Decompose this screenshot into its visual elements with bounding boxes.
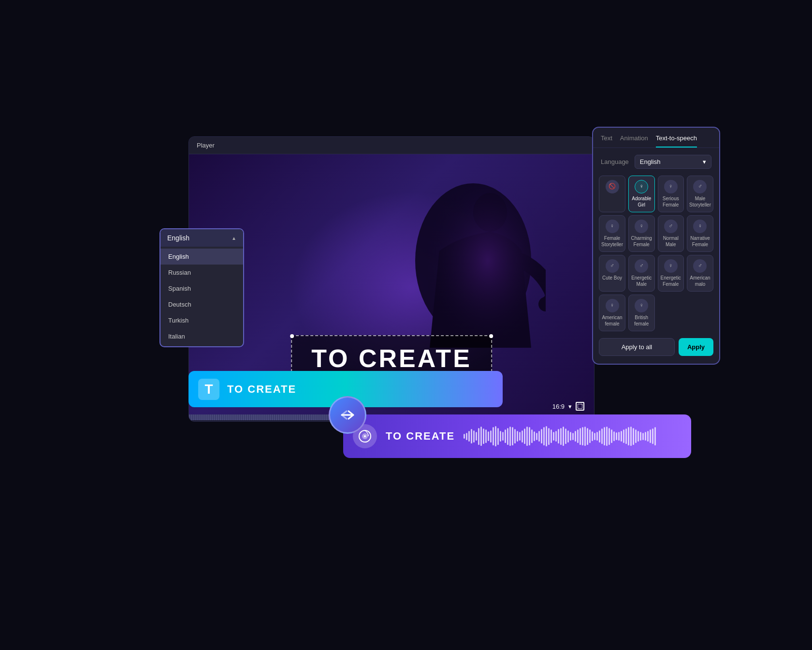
waveform-bar (623, 429, 624, 443)
lang-selected-value: English (167, 234, 189, 242)
voice-card-muted[interactable]: 🚫 (599, 176, 625, 212)
waveform-bar (531, 429, 533, 443)
waveform-bar (497, 428, 499, 445)
charming-female-icon: ♀ (635, 220, 648, 233)
chevron-down-icon: ▾ (568, 403, 572, 410)
voice-card-serious-female[interactable]: ♀ Serious Female (658, 176, 684, 212)
waveform-bar (488, 431, 489, 441)
voice-name-energetic-male: Energetic Male (631, 275, 652, 287)
voice-name-normal-male: Normal Male (660, 235, 682, 248)
voice-grid: 🚫 ♀ Adorable Girl ♀ Serious Female ♂ Mal… (593, 176, 719, 331)
waveform-bar (567, 430, 569, 443)
voice-card-energetic-male[interactable]: ♂ Energetic Male (628, 255, 654, 292)
waveform-bar (493, 427, 494, 445)
waveform-bar (594, 433, 595, 440)
waveform-bar (546, 426, 547, 446)
lang-item-deutsch[interactable]: Deutsch (160, 296, 243, 312)
voice-card-cute-boy[interactable]: ♂ Cute Boy (599, 255, 625, 292)
waveform-bar (647, 431, 649, 442)
waveform-bar (601, 428, 603, 444)
waveform-bar (611, 429, 612, 443)
panel-tabs: Text Animation Text-to-speech (593, 128, 719, 148)
waveform-bar (514, 429, 516, 443)
scene-container: Player (140, 107, 672, 543)
corner-handle-tl[interactable] (290, 334, 294, 338)
waveform-bar (476, 432, 477, 441)
waveform-bar (565, 428, 566, 444)
waveform-bar (582, 427, 583, 445)
voice-card-narrative-female[interactable]: ♀ Narrative Female (687, 215, 713, 252)
voice-card-energetic-female[interactable]: ♀ Energetic Female (658, 255, 684, 292)
voice-card-british-female[interactable]: ♀ British female (628, 295, 654, 331)
svg-rect-3 (578, 404, 582, 409)
language-dropdown: English ▲ English Russian Spanish Deutsc… (160, 228, 244, 347)
voice-card-normal-male[interactable]: ♂ Normal Male (658, 215, 684, 252)
american-female-icon: ♀ (606, 299, 619, 312)
voice-card-charming-female[interactable]: ♀ Charming Female (628, 215, 654, 252)
lang-item-italian[interactable]: Italian (160, 328, 243, 344)
tab-text-to-speech[interactable]: Text-to-speech (656, 134, 697, 148)
lang-dropdown-header[interactable]: English ▲ (160, 229, 243, 247)
corner-handle-tr[interactable] (489, 334, 493, 338)
cute-boy-icon: ♂ (606, 259, 619, 273)
waveform-bar (563, 427, 564, 446)
voice-name-american-malo: American malo (689, 275, 711, 287)
waveform-bar (580, 428, 581, 445)
waveform-bar (519, 432, 521, 441)
timeline-progress (189, 414, 351, 420)
voice-card-female-storyteller[interactable]: ♀ Female Storyteller (599, 215, 625, 252)
waveform-bar (536, 433, 537, 440)
waveform-bar (522, 430, 523, 443)
waveform-bar (478, 428, 479, 445)
waveform-bar (633, 428, 634, 445)
waveform-bar (468, 431, 470, 442)
voice-card-adorable-girl[interactable]: ♀ Adorable Girl (628, 176, 654, 212)
muted-icon: 🚫 (606, 180, 619, 193)
apply-to-all-button[interactable]: Apply to all (599, 338, 675, 356)
lang-item-russian[interactable]: Russian (160, 265, 243, 281)
expand-icon[interactable] (576, 402, 584, 411)
panel-lang-select[interactable]: English ▾ (635, 155, 711, 169)
ratio-label: 16:9 (552, 403, 565, 410)
tts-panel: Text Animation Text-to-speech Language E… (592, 127, 720, 365)
waveform-bar (490, 430, 492, 443)
female-storyteller-icon: ♀ (606, 220, 619, 233)
voice-card-american-female[interactable]: ♀ American female (599, 295, 625, 331)
lang-list: English Russian Spanish Deutsch Turkish … (160, 247, 243, 346)
voice-name-cute-boy: Cute Boy (601, 275, 623, 281)
waveform-bar (529, 427, 530, 445)
waveform-bar (625, 428, 627, 444)
waveform-bar (635, 429, 637, 443)
panel-language-row: Language English ▾ (593, 148, 719, 174)
waveform-bar (609, 428, 610, 445)
waveform-bar (654, 427, 656, 445)
voice-name-adorable-girl: Adorable Girl (631, 195, 652, 208)
waveform-bar (652, 428, 653, 444)
waveform-bar (473, 430, 475, 443)
waveform-bar (502, 432, 504, 441)
tab-animation[interactable]: Animation (620, 134, 648, 148)
voice-name-charming-female: Charming Female (631, 235, 652, 248)
waveform-bar (551, 429, 552, 443)
waveform-bar (500, 431, 501, 442)
chevron-up-icon: ▲ (232, 236, 236, 241)
voice-card-american-malo[interactable]: ♂ American malo (687, 255, 713, 292)
lang-item-turkish[interactable]: Turkish (160, 312, 243, 328)
waveform-bar (596, 432, 598, 441)
waveform-bar (507, 428, 508, 445)
lang-item-spanish[interactable]: Spanish (160, 281, 243, 296)
waveform-bar (512, 427, 513, 445)
apply-button[interactable]: Apply (679, 338, 713, 356)
tab-text[interactable]: Text (601, 134, 612, 148)
waveform-bar (616, 432, 617, 440)
voice-card-male-storyteller[interactable]: ♂ Male Storyteller (687, 176, 713, 212)
waveform-bar (630, 427, 632, 446)
text-track-label: TO CREATE (227, 383, 296, 396)
waveform-bar (570, 432, 571, 441)
waveform-bar (621, 431, 622, 442)
lang-item-english[interactable]: English (160, 249, 243, 265)
player-titlebar: Player (189, 137, 594, 154)
voice-name-narrative-female: Narrative Female (689, 235, 711, 248)
video-main-text: TO CREATE (311, 344, 472, 373)
arrow-circle-button[interactable] (329, 396, 366, 434)
